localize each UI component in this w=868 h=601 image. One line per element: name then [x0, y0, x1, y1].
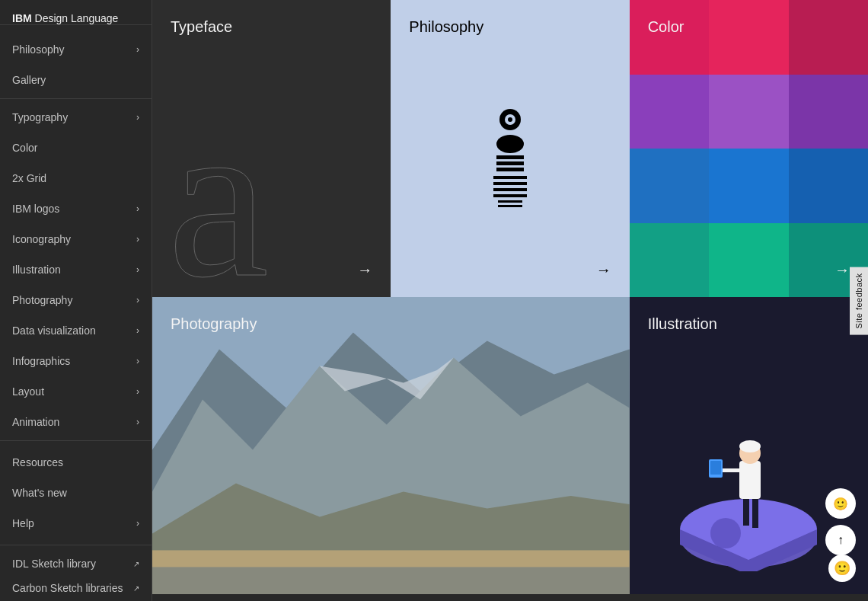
svg-point-23 [710, 518, 741, 548]
color-cell-10 [630, 223, 709, 298]
svg-rect-31 [710, 461, 721, 475]
color-cell-4 [630, 75, 709, 149]
sidebar-links-section: IDL Sketch library ↗ Carbon Sketch libra… [0, 545, 152, 601]
sidebar-item-iconography[interactable]: Iconography › [0, 224, 152, 254]
svg-rect-26 [739, 461, 761, 499]
color-cell-5 [709, 75, 788, 149]
chevron-icon: › [136, 295, 139, 305]
sidebar-item-illustration[interactable]: Illustration › [0, 254, 152, 285]
sidebar-item-layout[interactable]: Layout › [0, 376, 152, 407]
card-color-title: Color [648, 18, 685, 36]
illustration-figure [665, 404, 832, 571]
svg-rect-29 [720, 468, 742, 472]
sidebar-item-infographics[interactable]: Infographics › [0, 346, 152, 376]
site-feedback-tab[interactable]: Site feedback [850, 267, 868, 334]
color-cell-9 [789, 149, 868, 223]
card-philosophy-title: Philosophy [409, 18, 483, 36]
sidebar-item-resources[interactable]: Resources [0, 447, 152, 478]
scroll-buttons: 🙂 ↑ [825, 488, 856, 555]
svg-rect-24 [743, 495, 749, 526]
sidebar-top-section: Philosophy › Gallery [0, 31, 152, 99]
arrow-icon: → [834, 261, 850, 279]
card-illustration-title: Illustration [648, 315, 717, 333]
sidebar-item-typography[interactable]: Typography › [0, 102, 152, 133]
sidebar-item-help[interactable]: Help › [0, 508, 152, 539]
philosophy-bee-icon [480, 106, 541, 213]
sidebar-item-data-visualization[interactable]: Data visualization › [0, 315, 152, 346]
sidebar-item-2x-grid[interactable]: 2x Grid [0, 163, 152, 193]
brand-ibm: IBM [12, 12, 32, 24]
arrow-icon: → [357, 261, 372, 279]
chevron-icon: › [136, 203, 139, 214]
chevron-icon: › [136, 356, 139, 366]
chevron-icon: › [136, 264, 139, 275]
svg-rect-6 [496, 168, 524, 171]
color-grid [630, 0, 868, 297]
svg-rect-5 [496, 161, 524, 165]
svg-rect-12 [498, 205, 522, 207]
svg-rect-19 [152, 567, 630, 594]
emoji-button[interactable]: 🙂 [825, 488, 856, 519]
sidebar-link-carbon-sketch[interactable]: Carbon Sketch libraries ↗ [0, 576, 152, 600]
mountain-svg [152, 297, 630, 594]
card-photography[interactable]: Photography [152, 297, 630, 594]
sidebar-link-idl-sketch[interactable]: IDL Sketch library ↗ [0, 551, 152, 576]
svg-rect-9 [493, 188, 527, 191]
color-cell-6 [789, 75, 868, 149]
chevron-icon: › [136, 417, 139, 427]
card-philosophy[interactable]: Philosophy [391, 0, 629, 297]
typeface-letter: a [168, 84, 269, 297]
color-cell-3 [789, 0, 868, 75]
sidebar-item-gallery[interactable]: Gallery [0, 65, 152, 95]
chevron-icon: › [136, 44, 139, 55]
brand-header: IBM Design Language [0, 0, 152, 25]
sidebar-item-philosophy[interactable]: Philosophy › [0, 34, 152, 65]
card-typeface[interactable]: Typeface a → [152, 0, 391, 297]
sidebar-item-photography[interactable]: Photography › [0, 285, 152, 315]
sidebar-resources-section: Resources What's new Help › [0, 441, 152, 545]
chevron-icon: › [136, 325, 139, 336]
sidebar-item-ibm-logos[interactable]: IBM logos › [0, 193, 152, 224]
svg-rect-25 [752, 499, 758, 528]
chevron-icon: › [136, 234, 139, 245]
arrow-icon: → [596, 261, 611, 279]
external-link-icon: ↗ [133, 560, 139, 568]
svg-rect-7 [493, 176, 527, 179]
card-color[interactable]: Color → [630, 0, 868, 297]
color-cell-1 [630, 0, 709, 75]
sidebar-item-whats-new[interactable]: What's new [0, 478, 152, 508]
svg-point-28 [739, 440, 761, 452]
svg-rect-10 [493, 194, 527, 197]
emoji-icon[interactable]: 🙂 [828, 555, 856, 582]
sidebar-item-animation[interactable]: Animation › [0, 407, 152, 437]
scroll-up-button[interactable]: ↑ [825, 525, 856, 555]
sidebar-item-color[interactable]: Color [0, 133, 152, 163]
color-cell-7 [630, 149, 709, 223]
svg-rect-4 [496, 155, 524, 159]
chevron-icon: › [136, 518, 139, 529]
main-content: Typeface a → Philosophy [152, 0, 868, 601]
svg-rect-11 [498, 200, 522, 203]
sidebar-main-section: Typography › Color 2x Grid IBM logos › I… [0, 99, 152, 441]
color-cell-8 [709, 149, 788, 223]
color-cell-2 [709, 0, 788, 75]
chevron-icon: › [136, 112, 139, 123]
brand-dl: Design Language [32, 12, 119, 24]
svg-rect-8 [493, 182, 527, 185]
color-cell-11 [709, 223, 788, 298]
card-photography-title: Photography [171, 315, 257, 333]
external-link-icon: ↗ [133, 584, 139, 593]
card-typeface-title: Typeface [171, 18, 232, 36]
site-feedback-label[interactable]: Site feedback [850, 267, 868, 334]
chevron-icon: › [136, 386, 139, 397]
svg-point-2 [508, 117, 512, 122]
sidebar: IBM Design Language Philosophy › Gallery… [0, 0, 152, 601]
svg-point-3 [496, 135, 524, 153]
